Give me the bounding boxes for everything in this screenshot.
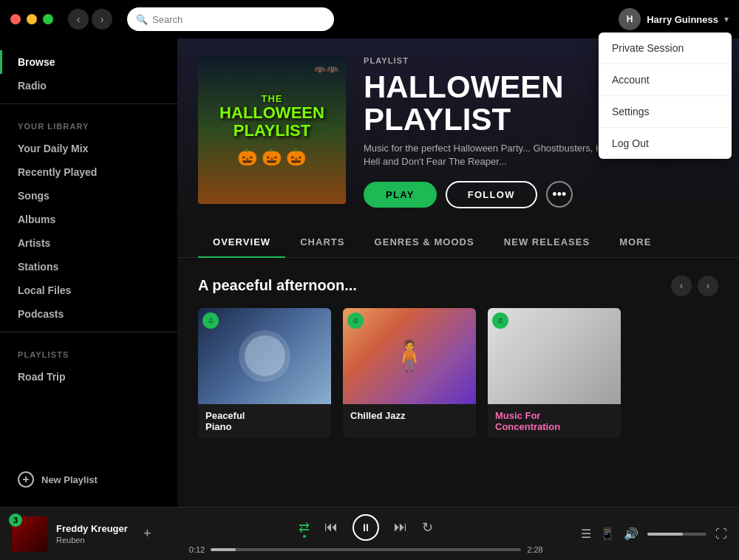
- new-playlist-button[interactable]: + New Playlist: [0, 464, 177, 495]
- hero-artwork: THE HALLOWEEN PLAYLIST 🎃 🎃 🎃 🦇🦇: [198, 56, 346, 204]
- sidebar-item-songs[interactable]: Songs: [0, 184, 177, 208]
- art-line2: HALLOWEEN: [219, 104, 324, 121]
- shuffle-button[interactable]: ⇄: [299, 519, 310, 536]
- card-label-3: Music ForConcentration: [488, 404, 621, 438]
- title-bar: ‹ › 🔍 H Harry Guinness ▾ Private Session…: [0, 0, 739, 38]
- silhouette-shape: 🧍: [391, 338, 428, 373]
- sidebar-item-road-trip[interactable]: Road Trip: [0, 365, 177, 389]
- playlists-label: PLAYLISTS: [0, 338, 177, 365]
- spotify-icon-1: ♫: [202, 313, 219, 329]
- sidebar-item-daily-mix[interactable]: Your Daily Mix: [0, 137, 177, 160]
- account-item[interactable]: Account: [599, 64, 732, 96]
- forward-button[interactable]: ›: [92, 9, 112, 30]
- card-label-2: Chilled Jazz: [343, 404, 476, 427]
- section-header: A peaceful afternoon... ‹ ›: [198, 276, 718, 296]
- track-number: 3: [9, 513, 22, 527]
- user-dropdown: Private Session Account Settings Log Out: [599, 33, 732, 159]
- player-extras: ☰ 📱 🔊 ⛶: [581, 527, 727, 541]
- sidebar-item-podcasts[interactable]: Podcasts: [0, 302, 177, 326]
- hero-playlist-label: PLAYLIST: [364, 56, 409, 65]
- player-controls: ⇄ ⏮ ⏸ ⏭ ↻ 0:12 2:28: [160, 514, 572, 554]
- add-track-button[interactable]: +: [143, 526, 151, 542]
- section-title: A peaceful afternoon...: [198, 277, 357, 294]
- tab-charts[interactable]: CHARTS: [285, 226, 359, 258]
- card-image-chilled-jazz: ♫ 🧍: [343, 308, 476, 404]
- minimize-button[interactable]: [27, 14, 37, 24]
- search-input[interactable]: [152, 14, 325, 25]
- tab-more[interactable]: MORE: [605, 226, 666, 258]
- sidebar-item-albums[interactable]: Albums: [0, 208, 177, 231]
- settings-item[interactable]: Settings: [599, 96, 732, 128]
- track-number-badge: 3: [12, 516, 47, 552]
- tab-new-releases[interactable]: NEW RELEASES: [489, 226, 605, 258]
- art-line1: THE: [219, 93, 324, 104]
- nav-arrows: ‹ ›: [68, 9, 112, 30]
- sidebar-item-radio[interactable]: Radio: [0, 74, 177, 98]
- user-menu[interactable]: H Harry Guinness ▾: [619, 8, 729, 30]
- section-navigation: ‹ ›: [671, 276, 718, 296]
- next-button[interactable]: ⏭: [394, 519, 407, 535]
- progress-bar[interactable]: [211, 548, 521, 551]
- sidebar-divider-1: [0, 103, 177, 104]
- sidebar: Browse Radio YOUR LIBRARY Your Daily Mix…: [0, 38, 177, 507]
- card-peaceful-piano[interactable]: ♫ PeacefulPiano: [198, 308, 331, 438]
- previous-button[interactable]: ⏮: [324, 519, 338, 535]
- private-session-item[interactable]: Private Session: [599, 33, 732, 64]
- player-bar: 3 Freddy Kreuger Reuben + ⇄ ⏮ ⏸ ⏭ ↻ 0:12…: [0, 507, 739, 560]
- maximize-button[interactable]: [43, 14, 53, 24]
- sidebar-item-browse[interactable]: Browse: [0, 50, 177, 74]
- fullscreen-button[interactable]: ⛶: [715, 527, 727, 541]
- card-image-peaceful-piano: ♫: [198, 308, 331, 404]
- user-name: Harry Guinness: [647, 14, 718, 25]
- pause-button[interactable]: ⏸: [353, 514, 379, 541]
- volume-button[interactable]: 🔊: [624, 527, 638, 541]
- card-chilled-jazz[interactable]: ♫ 🧍 Chilled Jazz: [343, 308, 476, 438]
- search-bar[interactable]: 🔍: [127, 7, 334, 31]
- moon-shape: [239, 330, 290, 382]
- card-label-1: PeacefulPiano: [198, 404, 331, 438]
- sidebar-item-recently-played[interactable]: Recently Played: [0, 160, 177, 184]
- more-options-button[interactable]: •••: [546, 181, 573, 208]
- player-track-artist: Reuben: [56, 536, 130, 544]
- browse-section: A peaceful afternoon... ‹ › ♫ Pe: [177, 258, 739, 456]
- back-button[interactable]: ‹: [68, 9, 89, 30]
- tabs-bar: OVERVIEW CHARTS GENRES & MOODS NEW RELEA…: [177, 226, 739, 258]
- volume-fill: [647, 533, 683, 536]
- progress-row: 0:12 2:28: [181, 545, 551, 554]
- tab-overview[interactable]: OVERVIEW: [198, 226, 285, 258]
- device-button[interactable]: 📱: [600, 527, 615, 541]
- card-music-for-concentration[interactable]: ♫ Music ForConcentration: [488, 308, 621, 438]
- sidebar-item-stations[interactable]: Stations: [0, 255, 177, 279]
- new-playlist-label: New Playlist: [41, 474, 98, 485]
- repeat-button[interactable]: ↻: [422, 519, 433, 536]
- spotify-icon-3: ♫: [492, 313, 508, 329]
- spotify-icon-2: ♫: [347, 313, 364, 329]
- section-next-button[interactable]: ›: [698, 276, 718, 296]
- player-track-name: Freddy Kreuger: [56, 523, 130, 534]
- player-buttons: ⇄ ⏮ ⏸ ⏭ ↻: [299, 514, 433, 541]
- hero-actions: PLAY FOLLOW •••: [364, 181, 718, 208]
- volume-bar[interactable]: [647, 533, 706, 536]
- player-track-info: Freddy Kreuger Reuben: [56, 523, 130, 544]
- tab-genres-moods[interactable]: GENRES & MOODS: [360, 226, 489, 258]
- sidebar-item-local-files[interactable]: Local Files: [0, 279, 177, 302]
- sidebar-item-artists[interactable]: Artists: [0, 231, 177, 255]
- your-library-label: YOUR LIBRARY: [0, 110, 177, 137]
- bats-decoration: 🦇🦇: [313, 64, 338, 75]
- close-button[interactable]: [10, 14, 21, 24]
- art-line3: PLAYLIST: [219, 122, 324, 139]
- follow-button[interactable]: FOLLOW: [446, 181, 537, 208]
- avatar: H: [619, 8, 641, 30]
- current-time: 0:12: [181, 545, 205, 554]
- queue-button[interactable]: ☰: [581, 527, 591, 541]
- play-button[interactable]: PLAY: [364, 182, 437, 208]
- progress-fill: [211, 548, 236, 551]
- sidebar-divider-2: [0, 332, 177, 332]
- card-image-music-for: ♫: [488, 308, 621, 404]
- search-icon: 🔍: [136, 14, 148, 25]
- chevron-down-icon: ▾: [724, 14, 729, 24]
- plus-circle-icon: +: [18, 471, 34, 488]
- logout-item[interactable]: Log Out: [599, 128, 732, 159]
- traffic-lights: [10, 14, 53, 24]
- section-prev-button[interactable]: ‹: [671, 276, 692, 296]
